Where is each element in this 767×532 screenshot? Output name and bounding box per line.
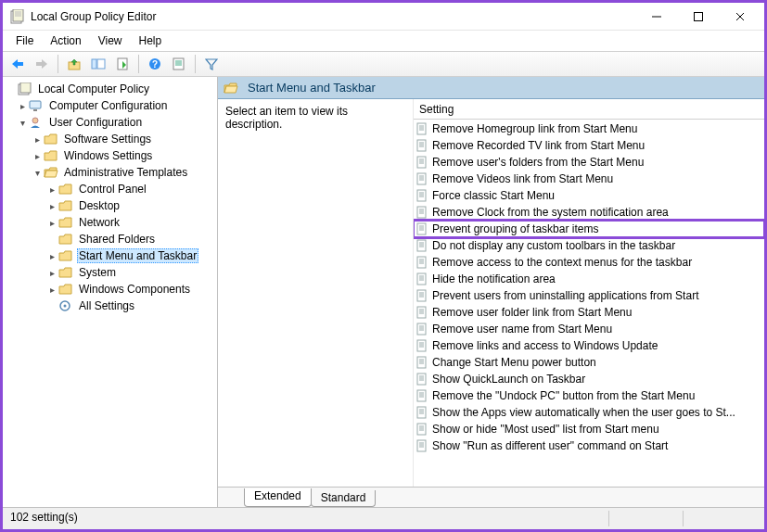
setting-row[interactable]: Remove user name from Start Menu [414,321,764,337]
column-header-setting[interactable]: Setting [414,99,764,120]
setting-row[interactable]: Remove user's folders from the Start Men… [414,154,764,171]
toolbar-separator [195,55,196,73]
setting-row[interactable]: Remove links and access to Windows Updat… [414,337,764,354]
tree-label: Windows Components [77,283,192,296]
setting-row[interactable]: Show "Run as different user" command on … [414,437,764,454]
setting-row[interactable]: Show the Apps view automatically when th… [414,404,764,421]
setting-label: Show "Run as different user" command on … [432,439,668,452]
tree-windows-components[interactable]: ▸ Windows Components [5,281,215,298]
svg-rect-26 [417,123,426,134]
expander-icon[interactable]: ▸ [45,199,58,212]
help-button[interactable]: ? [144,54,166,74]
filter-button[interactable] [200,54,223,74]
setting-label: Prevent grouping of taskbar items [432,222,598,235]
tree-label: Administrative Templates [62,166,189,179]
setting-row[interactable]: Remove Homegroup link from Start Menu [414,120,764,137]
tree-windows-settings[interactable]: ▸ Windows Settings [5,147,215,164]
menu-help[interactable]: Help [132,33,170,48]
setting-label: Remove user name from Start Menu [432,323,612,336]
setting-row[interactable]: Force classic Start Menu [414,187,764,204]
setting-label: Force classic Start Menu [432,189,555,202]
menu-file[interactable]: File [8,33,41,48]
policy-icon [415,423,428,436]
policy-icon [415,189,428,202]
policy-root-icon [18,82,32,95]
expander-icon[interactable]: ▸ [45,249,58,262]
expander-icon[interactable]: ▸ [45,183,58,196]
title-bar: Local Group Policy Editor [3,3,764,31]
tree-shared-folders[interactable]: Shared Folders [5,231,215,247]
setting-row[interactable]: Remove Clock from the system notificatio… [414,204,764,221]
setting-row[interactable]: Prevent users from uninstalling applicat… [414,287,764,304]
svg-rect-86 [417,374,426,385]
setting-row[interactable]: Hide the notification area [414,271,764,287]
show-hide-tree-button[interactable] [87,54,109,74]
settings-list[interactable]: Remove Homegroup link from Start MenuRem… [414,120,764,487]
filter-options-button[interactable] [168,54,190,74]
tree-admin-templates[interactable]: ▾ Administrative Templates [5,164,215,181]
svg-rect-74 [417,323,426,335]
tree-control-panel[interactable]: ▸ Control Panel [5,181,215,197]
expander-icon[interactable]: ▸ [31,133,44,146]
setting-label: Show the Apps view automatically when th… [432,406,735,419]
setting-row[interactable]: Remove user folder link from Start Menu [414,304,764,321]
folder-icon [58,183,73,196]
tree-label: Computer Configuration [47,99,169,112]
setting-row[interactable]: Change Start Menu power button [414,354,764,371]
tree-software-settings[interactable]: ▸ Software Settings [5,131,215,147]
svg-point-23 [32,118,38,123]
navigation-tree[interactable]: Local Computer Policy ▸ Computer Configu… [3,77,218,507]
tree-system[interactable]: ▸ System [5,264,215,281]
tree-label: Shared Folders [77,233,157,246]
setting-row[interactable]: Prevent grouping of taskbar items [414,221,764,237]
tree-label-selected: Start Menu and Taskbar [77,248,198,263]
setting-row[interactable]: Do not display any custom toolbars in th… [414,237,764,254]
svg-text:?: ? [152,59,158,70]
setting-label: Prevent users from uninstalling applicat… [432,289,698,302]
expander-icon[interactable]: ▸ [45,283,58,296]
tree-root[interactable]: Local Computer Policy [5,81,215,97]
tree-label: Windows Settings [62,149,154,162]
minimize-button[interactable] [635,4,677,30]
expander-icon[interactable]: ▸ [45,266,58,279]
collapse-icon[interactable]: ▾ [16,116,29,129]
setting-label: Hide the notification area [432,272,556,285]
back-button[interactable] [6,54,29,74]
policy-icon [415,272,428,285]
policy-icon [415,323,428,336]
collapse-icon[interactable]: ▾ [31,166,44,179]
view-tabs: Extended Standard [218,487,764,507]
setting-row[interactable]: Show QuickLaunch on Taskbar [414,371,764,387]
description-text: Select an item to view its description. [225,105,405,131]
tab-standard[interactable]: Standard [311,490,377,507]
policy-icon [415,222,428,235]
toolbar: ? [3,51,764,77]
expander-icon[interactable]: ▸ [31,149,44,162]
menu-view[interactable]: View [91,33,130,48]
expander-icon[interactable]: ▸ [45,216,58,229]
forward-button[interactable] [31,54,53,74]
setting-row[interactable]: Remove the "Undock PC" button from the S… [414,387,764,404]
setting-row[interactable]: Remove access to the context menus for t… [414,254,764,271]
tree-desktop[interactable]: ▸ Desktop [5,197,215,214]
tree-user-cfg[interactable]: ▾ User Configuration [5,114,215,131]
tree-all-settings[interactable]: All Settings [5,298,215,314]
tab-extended[interactable]: Extended [244,488,312,507]
menu-action[interactable]: Action [43,33,88,48]
setting-label: Remove access to the context menus for t… [432,256,692,269]
properties-button[interactable] [111,54,134,74]
svg-rect-15 [173,58,184,70]
svg-rect-62 [417,273,426,285]
setting-label: Remove Homegroup link from Start Menu [432,122,637,135]
setting-row[interactable]: Remove Recorded TV link from Start Menu [414,137,764,154]
maximize-button[interactable] [677,4,719,30]
tree-computer-cfg[interactable]: ▸ Computer Configuration [5,97,215,114]
up-level-button[interactable] [63,54,85,74]
setting-row[interactable]: Remove Videos link from Start Menu [414,171,764,187]
setting-row[interactable]: Show or hide "Most used" list from Start… [414,421,764,437]
tree-network[interactable]: ▸ Network [5,214,215,231]
tree-start-taskbar[interactable]: ▸ Start Menu and Taskbar [5,247,215,264]
close-button[interactable] [719,4,761,30]
expander-icon[interactable]: ▸ [16,99,29,112]
policy-icon [415,156,428,169]
